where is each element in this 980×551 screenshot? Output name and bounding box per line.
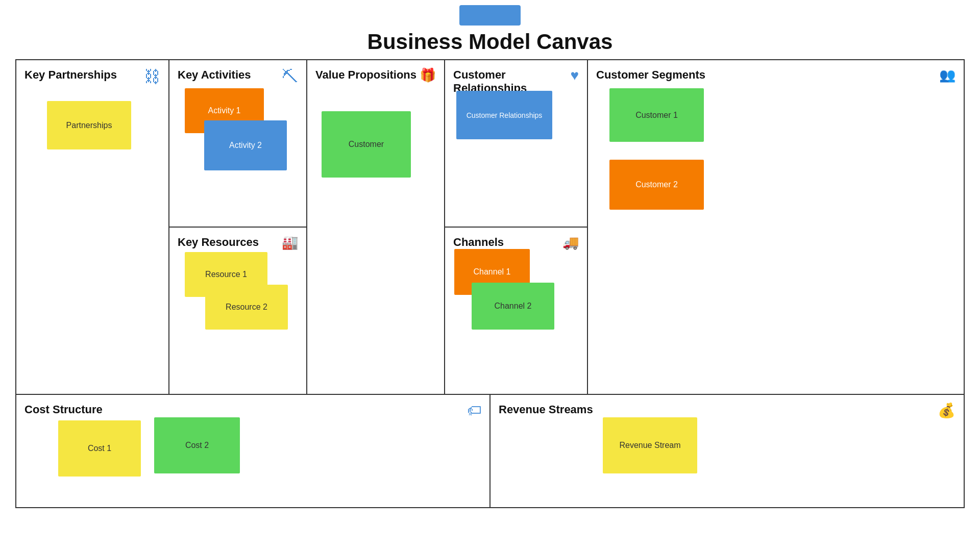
sticky-customer-rel[interactable]: Customer Relationships bbox=[456, 91, 552, 139]
value-title: Value Propositions bbox=[315, 68, 436, 82]
canvas: Key Partnerships ⛓ Partnerships Key Acti… bbox=[15, 59, 965, 508]
sticky-customer2[interactable]: Customer 2 bbox=[609, 160, 704, 210]
bottom-section: Cost Structure 🏷 Cost 1 Cost 2 Revenue S… bbox=[16, 395, 964, 507]
sticky-resource2[interactable]: Resource 2 bbox=[205, 285, 288, 330]
sticky-channel2[interactable]: Channel 2 bbox=[472, 283, 554, 330]
resources-title: Key Resources bbox=[178, 236, 298, 249]
sticky-partnerships[interactable]: Partnerships bbox=[47, 101, 131, 149]
cell-revenue: Revenue Streams 💰 Revenue Stream bbox=[491, 395, 964, 507]
channels-icon: 🚚 bbox=[562, 235, 579, 251]
cell-resources: Key Resources 🏭 Resource 1 Resource 2 bbox=[169, 228, 306, 394]
segments-title: Customer Segments bbox=[596, 68, 955, 82]
channels-title: Channels bbox=[453, 236, 579, 249]
segments-icon: 👥 bbox=[939, 67, 955, 83]
logo bbox=[459, 5, 521, 26]
cell-segments: Customer Segments 👥 Customer 1 Customer … bbox=[588, 60, 964, 394]
resources-icon: 🏭 bbox=[282, 235, 298, 251]
value-icon: 🎁 bbox=[420, 67, 436, 83]
cell-partnerships: Key Partnerships ⛓ Partnerships bbox=[16, 60, 169, 394]
cell-channels: Channels 🚚 Channel 1 Channel 2 bbox=[445, 228, 587, 394]
revenue-title: Revenue Streams bbox=[499, 403, 955, 416]
cell-value: Value Propositions 🎁 Customer bbox=[307, 60, 445, 394]
cost-icon: 🏷 bbox=[467, 402, 481, 419]
top-bar: Business Model Canvas bbox=[0, 0, 980, 54]
sticky-cost1[interactable]: Cost 1 bbox=[58, 420, 141, 477]
top-section: Key Partnerships ⛓ Partnerships Key Acti… bbox=[16, 60, 964, 395]
sticky-revenue[interactable]: Revenue Stream bbox=[603, 417, 697, 473]
sticky-customer1[interactable]: Customer 1 bbox=[609, 88, 704, 142]
col-rel-channels: Customer Relationships ♥ Customer Relati… bbox=[445, 60, 588, 394]
col-activities-resources: Key Activities ⛏ Activity 1 Activity 2 K… bbox=[169, 60, 307, 394]
cell-cost: Cost Structure 🏷 Cost 1 Cost 2 bbox=[16, 395, 491, 507]
cell-activities: Key Activities ⛏ Activity 1 Activity 2 bbox=[169, 60, 306, 228]
page-title: Business Model Canvas bbox=[368, 30, 613, 54]
activities-title: Key Activities bbox=[178, 68, 298, 82]
partnerships-icon: ⛓ bbox=[144, 67, 160, 86]
activities-icon: ⛏ bbox=[282, 67, 298, 86]
relationships-icon: ♥ bbox=[570, 67, 579, 84]
sticky-customer-value[interactable]: Customer bbox=[322, 111, 411, 178]
sticky-activity2[interactable]: Activity 2 bbox=[204, 120, 287, 170]
revenue-icon: 💰 bbox=[938, 402, 955, 419]
cell-relationships: Customer Relationships ♥ Customer Relati… bbox=[445, 60, 587, 228]
partnerships-title: Key Partnerships bbox=[24, 68, 160, 82]
cost-title: Cost Structure bbox=[24, 403, 481, 416]
sticky-cost2[interactable]: Cost 2 bbox=[154, 417, 240, 473]
